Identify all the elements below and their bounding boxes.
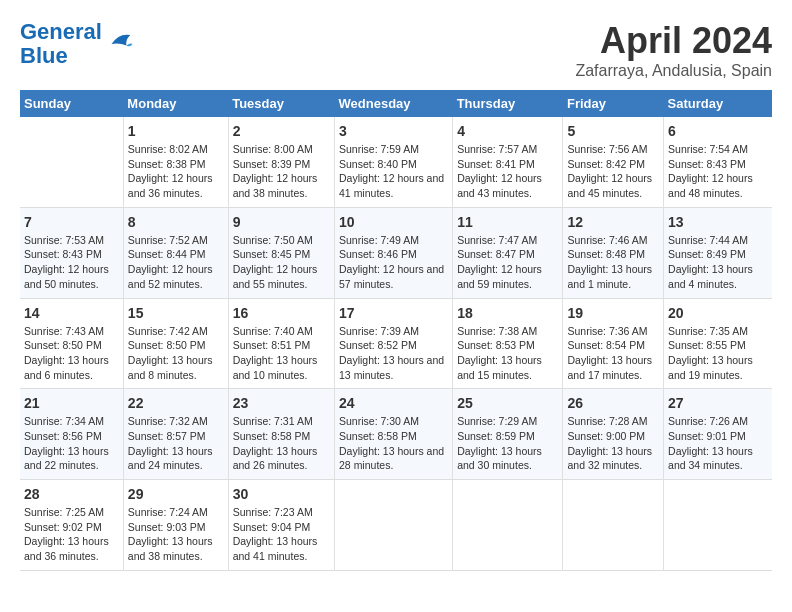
cell-info: Sunrise: 8:02 AMSunset: 8:38 PMDaylight:… [128, 142, 224, 201]
cell-info: Sunrise: 7:52 AMSunset: 8:44 PMDaylight:… [128, 233, 224, 292]
calendar-cell: 4Sunrise: 7:57 AMSunset: 8:41 PMDaylight… [453, 117, 563, 207]
calendar-cell [664, 480, 772, 571]
calendar-week-row: 1Sunrise: 8:02 AMSunset: 8:38 PMDaylight… [20, 117, 772, 207]
calendar-table: SundayMondayTuesdayWednesdayThursdayFrid… [20, 90, 772, 571]
cell-info: Sunrise: 7:46 AMSunset: 8:48 PMDaylight:… [567, 233, 659, 292]
calendar-cell: 8Sunrise: 7:52 AMSunset: 8:44 PMDaylight… [123, 207, 228, 298]
day-number: 14 [24, 305, 119, 321]
col-header-thursday: Thursday [453, 90, 563, 117]
cell-info: Sunrise: 7:53 AMSunset: 8:43 PMDaylight:… [24, 233, 119, 292]
day-number: 2 [233, 123, 330, 139]
day-number: 17 [339, 305, 448, 321]
cell-info: Sunrise: 7:47 AMSunset: 8:47 PMDaylight:… [457, 233, 558, 292]
day-number: 11 [457, 214, 558, 230]
calendar-cell [335, 480, 453, 571]
calendar-cell [453, 480, 563, 571]
calendar-header-row: SundayMondayTuesdayWednesdayThursdayFrid… [20, 90, 772, 117]
day-number: 22 [128, 395, 224, 411]
cell-info: Sunrise: 7:43 AMSunset: 8:50 PMDaylight:… [24, 324, 119, 383]
calendar-cell: 3Sunrise: 7:59 AMSunset: 8:40 PMDaylight… [335, 117, 453, 207]
col-header-sunday: Sunday [20, 90, 123, 117]
cell-info: Sunrise: 7:35 AMSunset: 8:55 PMDaylight:… [668, 324, 768, 383]
day-number: 4 [457, 123, 558, 139]
logo-blue: Blue [20, 43, 68, 68]
cell-info: Sunrise: 7:49 AMSunset: 8:46 PMDaylight:… [339, 233, 448, 292]
col-header-wednesday: Wednesday [335, 90, 453, 117]
calendar-cell: 10Sunrise: 7:49 AMSunset: 8:46 PMDayligh… [335, 207, 453, 298]
calendar-cell: 6Sunrise: 7:54 AMSunset: 8:43 PMDaylight… [664, 117, 772, 207]
day-number: 7 [24, 214, 119, 230]
day-number: 21 [24, 395, 119, 411]
cell-info: Sunrise: 7:36 AMSunset: 8:54 PMDaylight:… [567, 324, 659, 383]
day-number: 6 [668, 123, 768, 139]
title-block: April 2024 Zafarraya, Andalusia, Spain [575, 20, 772, 80]
day-number: 28 [24, 486, 119, 502]
day-number: 10 [339, 214, 448, 230]
day-number: 29 [128, 486, 224, 502]
day-number: 12 [567, 214, 659, 230]
day-number: 16 [233, 305, 330, 321]
day-number: 24 [339, 395, 448, 411]
cell-info: Sunrise: 7:29 AMSunset: 8:59 PMDaylight:… [457, 414, 558, 473]
day-number: 20 [668, 305, 768, 321]
day-number: 15 [128, 305, 224, 321]
page-title: April 2024 [575, 20, 772, 62]
calendar-cell: 24Sunrise: 7:30 AMSunset: 8:58 PMDayligh… [335, 389, 453, 480]
calendar-cell: 15Sunrise: 7:42 AMSunset: 8:50 PMDayligh… [123, 298, 228, 389]
calendar-cell: 25Sunrise: 7:29 AMSunset: 8:59 PMDayligh… [453, 389, 563, 480]
cell-info: Sunrise: 7:50 AMSunset: 8:45 PMDaylight:… [233, 233, 330, 292]
day-number: 3 [339, 123, 448, 139]
calendar-cell: 29Sunrise: 7:24 AMSunset: 9:03 PMDayligh… [123, 480, 228, 571]
calendar-cell: 22Sunrise: 7:32 AMSunset: 8:57 PMDayligh… [123, 389, 228, 480]
cell-info: Sunrise: 7:57 AMSunset: 8:41 PMDaylight:… [457, 142, 558, 201]
calendar-cell: 7Sunrise: 7:53 AMSunset: 8:43 PMDaylight… [20, 207, 123, 298]
calendar-cell: 14Sunrise: 7:43 AMSunset: 8:50 PMDayligh… [20, 298, 123, 389]
calendar-cell: 19Sunrise: 7:36 AMSunset: 8:54 PMDayligh… [563, 298, 664, 389]
cell-info: Sunrise: 7:44 AMSunset: 8:49 PMDaylight:… [668, 233, 768, 292]
col-header-saturday: Saturday [664, 90, 772, 117]
calendar-cell: 12Sunrise: 7:46 AMSunset: 8:48 PMDayligh… [563, 207, 664, 298]
col-header-monday: Monday [123, 90, 228, 117]
day-number: 9 [233, 214, 330, 230]
day-number: 19 [567, 305, 659, 321]
calendar-cell: 16Sunrise: 7:40 AMSunset: 8:51 PMDayligh… [228, 298, 334, 389]
calendar-cell: 13Sunrise: 7:44 AMSunset: 8:49 PMDayligh… [664, 207, 772, 298]
col-header-friday: Friday [563, 90, 664, 117]
col-header-tuesday: Tuesday [228, 90, 334, 117]
cell-info: Sunrise: 7:56 AMSunset: 8:42 PMDaylight:… [567, 142, 659, 201]
calendar-cell [20, 117, 123, 207]
calendar-cell: 18Sunrise: 7:38 AMSunset: 8:53 PMDayligh… [453, 298, 563, 389]
calendar-cell: 23Sunrise: 7:31 AMSunset: 8:58 PMDayligh… [228, 389, 334, 480]
cell-info: Sunrise: 7:25 AMSunset: 9:02 PMDaylight:… [24, 505, 119, 564]
logo-bird-icon [104, 29, 134, 59]
day-number: 13 [668, 214, 768, 230]
calendar-week-row: 7Sunrise: 7:53 AMSunset: 8:43 PMDaylight… [20, 207, 772, 298]
cell-info: Sunrise: 7:38 AMSunset: 8:53 PMDaylight:… [457, 324, 558, 383]
day-number: 5 [567, 123, 659, 139]
cell-info: Sunrise: 7:59 AMSunset: 8:40 PMDaylight:… [339, 142, 448, 201]
logo-text: General Blue [20, 20, 102, 68]
day-number: 25 [457, 395, 558, 411]
cell-info: Sunrise: 7:31 AMSunset: 8:58 PMDaylight:… [233, 414, 330, 473]
calendar-week-row: 28Sunrise: 7:25 AMSunset: 9:02 PMDayligh… [20, 480, 772, 571]
cell-info: Sunrise: 7:40 AMSunset: 8:51 PMDaylight:… [233, 324, 330, 383]
day-number: 30 [233, 486, 330, 502]
calendar-cell: 11Sunrise: 7:47 AMSunset: 8:47 PMDayligh… [453, 207, 563, 298]
day-number: 26 [567, 395, 659, 411]
calendar-cell [563, 480, 664, 571]
calendar-cell: 26Sunrise: 7:28 AMSunset: 9:00 PMDayligh… [563, 389, 664, 480]
calendar-cell: 2Sunrise: 8:00 AMSunset: 8:39 PMDaylight… [228, 117, 334, 207]
day-number: 1 [128, 123, 224, 139]
cell-info: Sunrise: 7:32 AMSunset: 8:57 PMDaylight:… [128, 414, 224, 473]
calendar-cell: 27Sunrise: 7:26 AMSunset: 9:01 PMDayligh… [664, 389, 772, 480]
cell-info: Sunrise: 7:28 AMSunset: 9:00 PMDaylight:… [567, 414, 659, 473]
calendar-cell: 20Sunrise: 7:35 AMSunset: 8:55 PMDayligh… [664, 298, 772, 389]
day-number: 8 [128, 214, 224, 230]
calendar-cell: 1Sunrise: 8:02 AMSunset: 8:38 PMDaylight… [123, 117, 228, 207]
day-number: 23 [233, 395, 330, 411]
page-header: General Blue April 2024 Zafarraya, Andal… [20, 20, 772, 80]
cell-info: Sunrise: 7:24 AMSunset: 9:03 PMDaylight:… [128, 505, 224, 564]
cell-info: Sunrise: 8:00 AMSunset: 8:39 PMDaylight:… [233, 142, 330, 201]
page-subtitle: Zafarraya, Andalusia, Spain [575, 62, 772, 80]
calendar-cell: 9Sunrise: 7:50 AMSunset: 8:45 PMDaylight… [228, 207, 334, 298]
